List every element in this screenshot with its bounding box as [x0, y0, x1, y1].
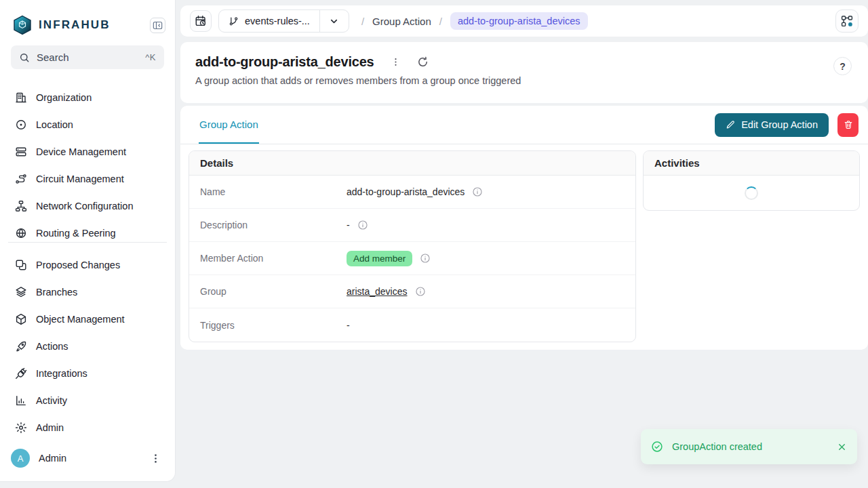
toast-close-button[interactable]	[837, 442, 847, 452]
user-name: Admin	[39, 453, 66, 464]
sidebar-item-label: Object Management	[36, 314, 125, 325]
sidebar-item-activity[interactable]: Activity	[8, 387, 167, 414]
schema-button[interactable]	[835, 9, 859, 33]
tab-bar: Group Action Edit Group Action	[180, 106, 868, 144]
info-icon[interactable]	[415, 286, 426, 297]
breadcrumb-separator: /	[361, 16, 364, 27]
user-menu-kebab-button[interactable]	[150, 453, 161, 464]
page-description: A group action that adds or removes memb…	[195, 75, 853, 86]
info-icon[interactable]	[420, 253, 431, 264]
detail-row-member-action: Member Action Add member	[189, 242, 635, 275]
member-action-badge: Add member	[347, 251, 412, 266]
detail-value: -	[347, 320, 350, 331]
detail-label: Description	[200, 220, 347, 230]
activities-card-title: Activities	[644, 151, 859, 176]
location-target-icon	[15, 119, 27, 131]
sidebar-item-label: Admin	[36, 422, 64, 433]
sidebar-menu-primary: Organization Location Device Management …	[8, 77, 167, 243]
sidebar: INFRAHUB Search ^K Organization	[0, 0, 176, 482]
sidebar-item-label: Location	[36, 119, 73, 130]
sidebar-menu-secondary: Proposed Changes Branches Object Managem…	[8, 243, 167, 441]
branch-selector-caret[interactable]	[320, 10, 349, 32]
topbar: events-rules-... / Group Action / add-to…	[180, 5, 868, 37]
check-circle-icon	[651, 441, 663, 453]
sidebar-item-admin[interactable]: Admin	[8, 414, 167, 441]
sidebar-item-device-management[interactable]: Device Management	[8, 138, 167, 165]
edit-group-action-button[interactable]: Edit Group Action	[715, 113, 829, 137]
sidebar-item-label: Network Configuration	[36, 201, 133, 211]
sidebar-item-routing-peering[interactable]: Routing & Peering	[8, 220, 167, 243]
title-kebab-button[interactable]	[391, 57, 401, 67]
sidebar-item-location[interactable]: Location	[8, 111, 167, 138]
sidebar-item-actions[interactable]: Actions	[8, 333, 167, 360]
toast-message: GroupAction created	[672, 441, 762, 452]
info-icon[interactable]	[357, 220, 368, 230]
detail-row-description: Description -	[189, 209, 635, 242]
sidebar-item-network-configuration[interactable]: Network Configuration	[8, 192, 167, 220]
title-row: add-to-group-arista_devices	[195, 54, 853, 70]
chevron-down-icon	[329, 16, 339, 26]
branch-name: events-rules-...	[245, 16, 310, 26]
branch-selector-value: events-rules-...	[219, 10, 319, 32]
bar-chart-icon	[15, 394, 27, 407]
breadcrumb-section[interactable]: Group Action	[372, 16, 431, 27]
sidebar-item-label: Circuit Management	[36, 174, 124, 184]
pencil-icon	[726, 120, 735, 129]
sidebar-item-label: Integrations	[36, 368, 87, 379]
time-travel-button[interactable]	[190, 10, 212, 32]
close-icon	[837, 442, 847, 452]
detail-row-group: Group arista_devices	[189, 275, 635, 308]
breadcrumb: / Group Action / add-to-group-arista_dev…	[361, 12, 588, 30]
sidebar-item-circuit-management[interactable]: Circuit Management	[8, 165, 167, 192]
breadcrumb-current[interactable]: add-to-group-arista_devices	[450, 12, 588, 30]
git-branch-icon	[229, 16, 239, 26]
info-icon[interactable]	[472, 186, 483, 197]
page-title: add-to-group-arista_devices	[195, 54, 374, 70]
calendar-clock-icon	[195, 15, 208, 28]
group-link[interactable]: arista_devices	[347, 286, 408, 297]
detail-label: Group	[200, 286, 347, 297]
sidebar-item-branches[interactable]: Branches	[8, 279, 167, 306]
globe-icon	[15, 227, 27, 239]
trash-icon	[844, 120, 853, 129]
schema-icon	[840, 14, 854, 28]
sidebar-item-object-management[interactable]: Object Management	[8, 306, 167, 333]
brand-name: INFRAHUB	[39, 18, 111, 32]
detail-row-name: Name add-to-group-arista_devices	[189, 176, 635, 209]
sidebar-item-integrations[interactable]: Integrations	[8, 360, 167, 387]
sidebar-item-label: Routing & Peering	[36, 228, 116, 239]
loading-spinner	[745, 186, 758, 200]
search-shortcut: ^K	[145, 52, 156, 62]
toast-notification: GroupAction created	[641, 429, 857, 464]
toolbar: Edit Group Action	[715, 113, 859, 137]
collapse-sidebar-button[interactable]	[150, 18, 165, 33]
panel-collapse-icon	[153, 20, 163, 30]
refresh-button[interactable]	[417, 56, 429, 68]
sidebar-item-proposed-changes[interactable]: Proposed Changes	[8, 251, 167, 279]
edit-button-label: Edit Group Action	[741, 119, 818, 130]
cube-icon	[15, 313, 27, 325]
help-button[interactable]: ?	[833, 57, 852, 75]
sidebar-item-label: Device Management	[36, 146, 126, 157]
search-icon	[19, 52, 30, 63]
user-menu[interactable]: A Admin	[0, 439, 175, 481]
details-card-title: Details	[189, 151, 635, 176]
search-input[interactable]: Search ^K	[11, 45, 164, 69]
breadcrumb-separator: /	[439, 16, 442, 27]
activities-card: Activities	[643, 150, 860, 211]
gear-icon	[15, 422, 27, 434]
sidebar-item-organization[interactable]: Organization	[8, 84, 167, 111]
delete-button[interactable]	[837, 113, 859, 137]
building-icon	[15, 92, 27, 104]
sidebar-item-label: Organization	[36, 92, 92, 103]
sidebar-item-label: Proposed Changes	[36, 260, 120, 270]
detail-value: -	[347, 220, 350, 230]
infrahub-logo-icon	[12, 15, 33, 35]
detail-value: add-to-group-arista_devices	[347, 186, 465, 197]
sidebar-item-label: Branches	[36, 287, 77, 298]
branch-selector[interactable]: events-rules-...	[218, 9, 349, 33]
search-placeholder: Search	[37, 52, 69, 63]
sidebar-header: INFRAHUB	[0, 0, 175, 39]
app-root: INFRAHUB Search ^K Organization	[0, 0, 868, 488]
tab-group-action[interactable]: Group Action	[199, 106, 259, 144]
